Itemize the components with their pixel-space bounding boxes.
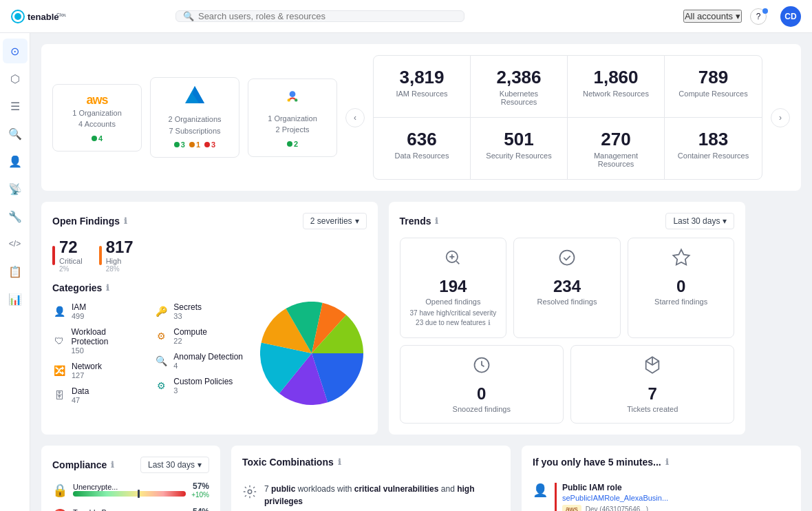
resource-kubernetes: 2,386 Kubernetes Resources [471, 56, 568, 118]
cloud-card-azure[interactable]: 2 Organizations 7 Subscriptions 3 1 3 [150, 77, 239, 158]
avatar[interactable]: CD [780, 6, 801, 27]
prev-arrow[interactable]: ‹ [345, 108, 365, 127]
critical-severity: 72 Critical 2% [52, 238, 83, 273]
cat-data[interactable]: 🗄 Data 47 [52, 383, 143, 408]
code-icon: </> [9, 239, 21, 249]
sidebar-item-alerts[interactable]: 📡 [3, 176, 28, 201]
next-arrow[interactable]: › [771, 108, 790, 127]
compliance-info-icon[interactable]: ℹ [111, 460, 114, 470]
resource-container: 183 Container Resources [665, 118, 762, 179]
cloud-card-aws[interactable]: aws 1 Organization 4 Accounts 4 [52, 84, 142, 152]
sidebar-item-analytics[interactable]: 📊 [3, 286, 28, 311]
trend-snoozed[interactable]: 0 Snoozed findings [400, 345, 564, 424]
compliance-item-tenable[interactable]: ⭕ Tenable Bes... 54% -8% [52, 507, 209, 511]
sidebar-item-iam[interactable]: 👤 [3, 149, 28, 174]
search-trend-icon [410, 248, 497, 271]
cat-workload-info: Workload Protection 150 [71, 327, 143, 355]
five-min-info-icon[interactable]: ℹ [665, 457, 669, 467]
cat-anomaly-info: Anomaly Detection 4 [173, 352, 243, 370]
gcp-badges: 2 [257, 140, 328, 148]
toxic-item-1[interactable]: 7 public workloads with critical vulnera… [242, 476, 500, 511]
high-pct: 28% [106, 265, 133, 273]
sidebar-item-remediation[interactable]: 🔧 [3, 204, 28, 229]
trends-filter-button[interactable]: Last 30 days ▾ [665, 213, 734, 229]
azure-badges: 3 1 3 [159, 140, 231, 149]
compute-count: 789 [676, 67, 751, 88]
compliance-item-unencrypted[interactable]: 🔒 Unencrypte... 57% +10% [52, 481, 209, 499]
trends-header: Trends ℹ Last 30 days ▾ [400, 213, 735, 229]
compliance-header: Compliance ℹ Last 30 days ▾ [52, 457, 209, 473]
cat-iam-info: IAM 499 [72, 302, 86, 320]
open-findings-panel: Open Findings ℹ 2 severities ▾ 72 Critic… [41, 202, 378, 435]
five-min-tags-1: aws Dev (4631075646...) [562, 505, 790, 511]
cat-workload[interactable]: 🛡 Workload Protection 150 [52, 324, 143, 358]
open-findings-info-icon[interactable]: ℹ [124, 216, 127, 226]
wrench-icon: 🔧 [8, 210, 22, 223]
network-label: Network Resources [579, 90, 653, 98]
trend-resolved[interactable]: 234 Resolved findings [513, 238, 621, 338]
sidebar-item-dashboard[interactable]: ⊙ [3, 39, 28, 63]
app-logo[interactable]: tenable Cloud Security [11, 10, 66, 23]
search-input[interactable] [198, 11, 457, 21]
trend-opened[interactable]: 194 Opened findings 37 have high/critica… [400, 238, 507, 338]
accounts-selector[interactable]: All accounts ▾ [683, 10, 742, 23]
open-findings-title: Open Findings ℹ [52, 216, 127, 227]
container-label: Container Resources [676, 152, 751, 160]
categories-info-icon[interactable]: ℹ [106, 283, 109, 293]
tickets-count: 7 [581, 384, 724, 404]
sidebar-item-code[interactable]: </> [3, 231, 28, 256]
cat-network[interactable]: 🔀 Network 127 [52, 358, 143, 383]
cat-anomaly[interactable]: 🔍 Anomaly Detection 4 [154, 348, 245, 373]
chevron-down-icon: ▾ [736, 11, 740, 21]
categories-title: Categories ℹ [52, 282, 367, 293]
tenable-comp-icon: ⭕ [52, 508, 67, 512]
chart-icon: 📊 [8, 293, 22, 306]
toxic-info-icon[interactable]: ℹ [338, 457, 341, 467]
new-features-link[interactable]: ℹ [488, 319, 491, 326]
resource-compute: 789 Compute Resources [665, 56, 762, 118]
star-trend-icon [638, 248, 725, 271]
compliance-title: Compliance ℹ [52, 459, 114, 470]
security-label: Security Resources [482, 152, 556, 160]
resource-iam: 3,819 IAM Resources [374, 56, 471, 118]
cat-compute[interactable]: ⚙ Compute 22 [154, 324, 245, 348]
cat-compute-info: Compute 22 [173, 327, 207, 345]
comp-unencrypted-info: Unencrypte... [73, 483, 186, 498]
resource-security: 501 Security Resources [471, 118, 568, 179]
sidebar-item-search[interactable]: 🔍 [3, 121, 28, 146]
categories-left: 👤 IAM 499 🛡 Workload Protection 150 [52, 299, 143, 408]
ticket-trend-icon [581, 355, 724, 379]
azure-badge-yellow: 1 [189, 140, 200, 149]
sidebar-item-inventory[interactable]: ⬡ [3, 66, 28, 91]
svg-text:Cloud Security: Cloud Security [56, 12, 66, 18]
container-count: 183 [676, 129, 751, 150]
comp-change-1: +10% [191, 491, 209, 499]
comp-pct-1: 57% [191, 481, 209, 491]
severity-filter-button[interactable]: 2 severities ▾ [303, 213, 367, 229]
open-findings-header: Open Findings ℹ 2 severities ▾ [52, 213, 367, 229]
cat-iam[interactable]: 👤 IAM 499 [52, 299, 143, 324]
trends-bottom-row: 0 Snoozed findings 7 Tickets created [400, 345, 735, 424]
five-min-title: If you only have 5 minutes... ℹ [533, 457, 669, 468]
env-tag-1: Dev (4631075646...) [586, 505, 648, 511]
resolved-count: 234 [524, 277, 610, 296]
trends-info-icon[interactable]: ℹ [435, 216, 438, 226]
opened-label: Opened findings [410, 298, 497, 306]
compliance-filter-button[interactable]: Last 30 days ▾ [140, 457, 209, 473]
trend-starred[interactable]: 0 Starred findings [628, 238, 735, 338]
five-min-link-1[interactable]: sePublicIAMRole_AlexaBusin... [562, 494, 668, 502]
sidebar-item-findings[interactable]: ☰ [3, 94, 28, 118]
trend-tickets[interactable]: 7 Tickets created [570, 345, 734, 424]
cloud-card-gcp[interactable]: 1 Organization 2 Projects 2 [248, 79, 337, 157]
toxic-text-1: 7 public workloads with critical vulnera… [264, 483, 500, 508]
comp-tenable-info: Tenable Bes... [73, 508, 187, 512]
cat-custom[interactable]: ⚙ Custom Policies 3 [154, 373, 245, 398]
pie-chart-area [257, 299, 367, 408]
svg-point-15 [248, 490, 252, 494]
azure-badge-red: 3 [204, 140, 215, 149]
management-count: 270 [579, 129, 653, 150]
cat-secrets[interactable]: 🔑 Secrets 33 [154, 299, 245, 324]
sidebar-item-reports[interactable]: 📋 [3, 259, 28, 284]
search-bar[interactable]: 🔍 [175, 10, 464, 22]
five-min-item-1[interactable]: 👤 Public IAM role sePublicIAMRole_AlexaB… [533, 476, 790, 511]
